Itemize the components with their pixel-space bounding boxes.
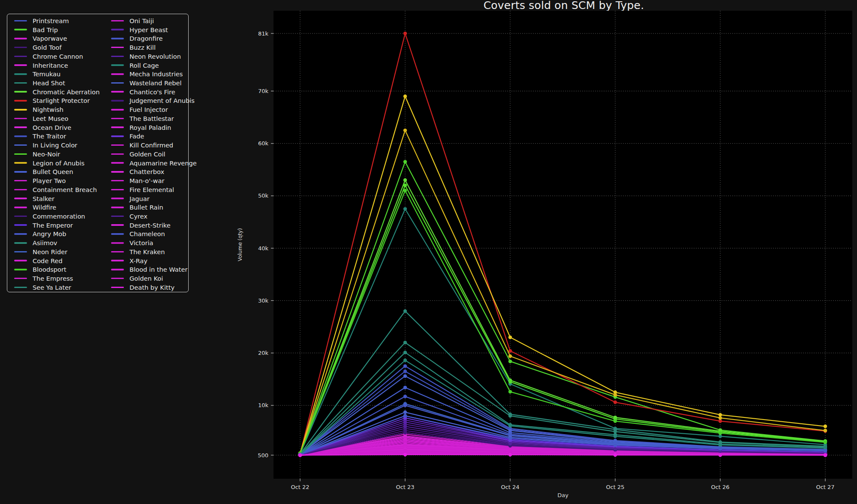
legend-item: Neon Revolution [111,52,188,61]
legend-item: Buzz Kill [111,43,188,52]
legend-label: Containment Breach [33,186,97,193]
legend-item: Chrome Cannon [14,52,111,61]
legend-swatch [111,260,124,261]
legend-label: Golden Coil [129,150,165,158]
legend-label: The Traitor [33,132,66,140]
legend-label: The Empress [33,275,73,282]
y-tick-label: 10k [258,402,269,408]
legend-swatch [14,278,27,279]
legend-swatch [111,287,124,288]
data-point-marker [719,447,722,450]
legend-label: Roll Cage [129,62,159,69]
legend-item: Victoria [111,238,188,247]
data-point-marker [613,447,617,450]
data-point-marker [719,435,722,438]
data-point-marker [824,441,827,444]
legend-swatch [111,144,124,146]
data-point-marker [824,449,827,453]
legend-item: Head Shot [14,78,111,87]
legend-label: Printstream [33,17,69,24]
y-tick-label: 500 [258,452,268,459]
legend-item: The Empress [14,274,111,283]
data-point-marker [403,404,407,407]
legend-item: Hyper Beast [111,25,188,34]
data-point-marker [403,369,407,373]
legend-swatch [111,198,124,199]
legend-item: Angry Mob [14,230,111,239]
legend-swatch [111,126,124,128]
legend-swatch [111,91,124,93]
legend-label: Inheritance [33,62,68,69]
legend-item: Bullet Queen [14,167,111,176]
y-tick-label: 50k [258,192,269,199]
legend-item: Chromatic Aberration [14,87,111,96]
legend-swatch [14,162,27,164]
data-point-marker [508,336,512,339]
legend-item: In Living Color [14,141,111,150]
legend-item: Golden Koi [111,274,188,283]
legend-label: Man-o'-war [129,177,164,184]
legend-item: Oni Taiji [111,16,188,25]
legend-label: Chromatic Aberration [33,88,100,96]
y-axis-label: Volume (qty) [237,228,243,261]
data-point-marker [403,425,407,428]
legend-item: The Emperor [14,221,111,230]
legend-swatch [14,118,27,120]
legend-swatch [111,109,124,111]
legend-swatch [14,109,27,111]
legend-label: Fade [129,132,144,140]
legend-label: In Living Color [33,141,77,149]
data-point-marker [719,416,722,420]
legend-item: Neo-Noir [14,150,111,159]
data-point-marker [403,351,407,354]
data-point-marker [403,431,407,434]
legend-item: The Traitor [14,132,111,141]
data-point-marker [508,349,512,353]
legend-item: Royal Paladin [111,123,188,132]
legend-item: Desert-Strike [111,221,188,230]
data-point-marker [613,453,617,456]
data-point-marker [508,354,512,358]
data-point-marker [403,129,407,132]
legend-swatch [14,144,27,146]
legend-swatch [14,100,27,102]
legend-label: The Battlestar [129,115,174,122]
legend-swatch [111,118,124,120]
data-point-marker [613,400,617,404]
legend-label: Chrome Cannon [33,53,83,60]
x-tick-label: Oct 23 [396,484,414,490]
legend-swatch [14,91,27,93]
data-point-marker [508,380,512,384]
legend-swatch [14,126,27,128]
plot-area [274,11,852,479]
legend-swatch [14,171,27,173]
data-point-marker [824,429,827,432]
legend-swatch [111,153,124,155]
x-tick-label: Oct 22 [291,484,309,490]
legend-label: Player Two [33,177,66,184]
legend-item: Aquamarine Revenge [111,159,188,168]
data-point-marker [719,419,722,423]
legend-swatch [14,260,27,261]
legend-label: Starlight Protector [33,97,90,104]
legend-swatch [14,153,27,155]
legend-label: Head Shot [33,79,65,87]
legend-swatch [14,82,27,84]
legend-label: Asiimov [33,239,57,246]
legend-swatch [14,251,27,253]
legend-label: Commemoration [33,213,85,220]
y-tick-label: 40k [258,245,269,252]
legend-label: Desert-Strike [129,222,171,229]
legend-swatch [111,224,124,226]
legend-label: Chantico's Fire [129,88,175,96]
y-tick-label: 81k [258,30,269,37]
legend-swatch [111,242,124,244]
data-point-marker [613,444,617,447]
legend-item: Bullet Rain [111,203,188,212]
legend-swatch [111,64,124,66]
legend-label: Dragonfire [129,35,162,42]
legend-label: Blood in the Water [129,266,188,273]
data-point-marker [403,411,407,414]
series-line [300,455,825,455]
legend-label: Bullet Rain [129,204,163,211]
